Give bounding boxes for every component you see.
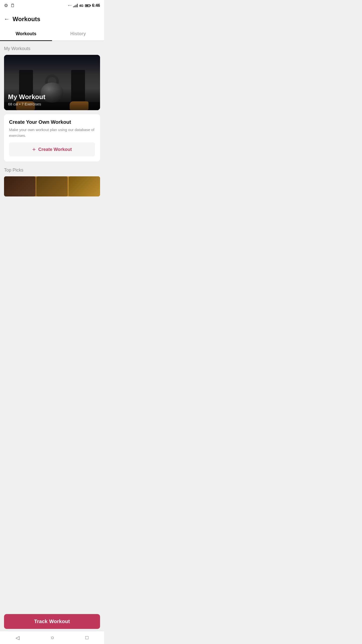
top-picks-section-title: Top Picks bbox=[4, 168, 100, 173]
header: ← Workouts bbox=[0, 11, 104, 27]
tabs-container: Workouts History bbox=[0, 27, 104, 41]
network-label: 4G bbox=[79, 4, 83, 8]
tab-history[interactable]: History bbox=[52, 27, 104, 41]
back-button[interactable]: ← bbox=[4, 16, 10, 22]
create-workout-button-label: Create Workout bbox=[38, 147, 72, 152]
top-picks-strip[interactable] bbox=[4, 176, 100, 196]
workout-card-name: My Workout bbox=[8, 93, 96, 101]
battery-icon bbox=[85, 4, 90, 7]
my-workouts-section-title: My Workouts bbox=[4, 46, 100, 51]
workout-card-meta: 68 cal • 7 Exercises bbox=[8, 102, 96, 106]
create-card-title: Create Your Own Workout bbox=[9, 119, 95, 125]
clipboard-icon: 🗒 bbox=[11, 3, 15, 8]
plus-icon: + bbox=[32, 146, 36, 152]
signal-bars bbox=[73, 4, 78, 7]
create-workout-button[interactable]: + Create Workout bbox=[9, 142, 95, 156]
main-content: My Workouts bbox=[0, 41, 104, 222]
time-display: 6:46 bbox=[92, 3, 100, 8]
workout-card-overlay: My Workout 68 cal • 7 Exercises bbox=[4, 89, 100, 110]
bluetooth-icon: ⬳ bbox=[68, 4, 72, 8]
tab-workouts[interactable]: Workouts bbox=[0, 27, 52, 41]
gear-icon: ⚙ bbox=[4, 3, 8, 8]
status-bar-left: ⚙ 🗒 bbox=[4, 3, 15, 8]
status-bar-right: ⬳ 4G 6:46 bbox=[68, 3, 100, 8]
create-card-description: Make your own workout plan using our dat… bbox=[9, 127, 95, 138]
workout-card[interactable]: My Workout 68 cal • 7 Exercises bbox=[4, 55, 100, 110]
status-bar: ⚙ 🗒 ⬳ 4G 6:46 bbox=[0, 0, 104, 11]
page-title: Workouts bbox=[13, 16, 40, 23]
create-workout-card: Create Your Own Workout Make your own wo… bbox=[4, 114, 100, 162]
